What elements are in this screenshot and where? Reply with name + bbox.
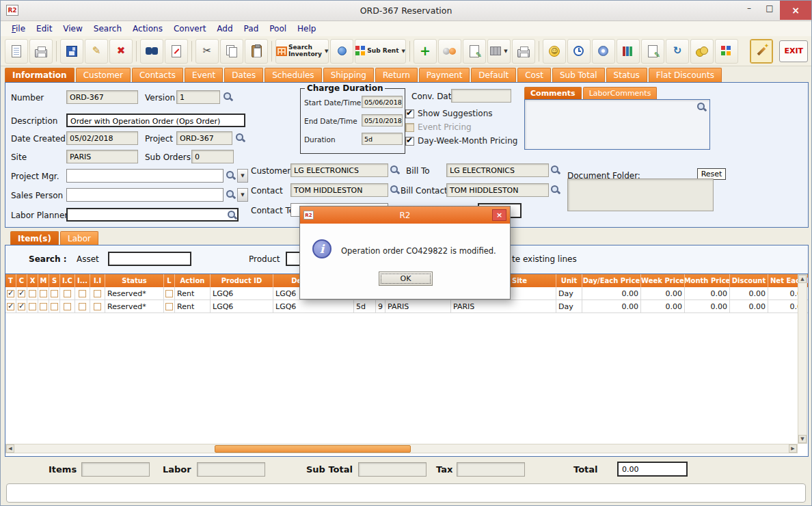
edit-button[interactable]: ✎	[85, 39, 108, 64]
scroll-up-button[interactable]	[798, 275, 807, 283]
menu-help[interactable]: Help	[292, 23, 321, 35]
tab-shipping[interactable]: Shipping	[323, 68, 374, 82]
new-document-button[interactable]	[5, 39, 28, 64]
tab-comments[interactable]: Comments	[524, 87, 582, 99]
highlight-wand-button[interactable]	[750, 39, 773, 64]
tab-event[interactable]: Event	[185, 68, 223, 82]
sales-person-search-icon[interactable]	[226, 189, 236, 200]
duration-field[interactable]: 5d	[362, 133, 403, 145]
refresh-button[interactable]: ↻	[666, 39, 689, 64]
column-header-product_id[interactable]: Product ID	[211, 274, 273, 287]
column-header-ic[interactable]: I.C	[60, 274, 75, 287]
row-checkbox-x[interactable]	[29, 290, 36, 297]
find-button[interactable]	[140, 39, 163, 64]
print-button[interactable]	[29, 39, 53, 64]
cell-x[interactable]	[27, 287, 38, 299]
scroll-down-button[interactable]	[798, 435, 807, 443]
row-checkbox-t[interactable]	[7, 303, 14, 310]
cell-t[interactable]	[5, 300, 16, 312]
site-field[interactable]: PARIS	[66, 150, 138, 163]
project-search-icon[interactable]	[235, 133, 245, 143]
scroll-left-button[interactable]	[6, 444, 14, 453]
cell-i2[interactable]	[75, 287, 90, 299]
tab-default[interactable]: Default	[471, 68, 516, 82]
row-checkbox-l[interactable]	[165, 303, 173, 310]
row-checkbox-ii[interactable]	[94, 290, 101, 297]
tab-labor[interactable]: Labor	[60, 231, 98, 245]
cell-s[interactable]	[49, 300, 60, 312]
menu-file[interactable]: File	[6, 23, 31, 35]
cell-c[interactable]	[16, 300, 27, 312]
row-checkbox-l[interactable]	[165, 290, 173, 297]
row-checkbox-s[interactable]	[51, 290, 58, 297]
chevron-down-icon[interactable]	[325, 49, 328, 54]
exit-button[interactable]: EXIT	[779, 40, 808, 62]
tab-contacts[interactable]: Contacts	[132, 68, 183, 82]
cell-ic[interactable]	[60, 287, 75, 299]
save-button[interactable]	[60, 39, 83, 64]
sales-person-dropdown[interactable]	[237, 188, 248, 202]
cell-i2[interactable]	[75, 300, 90, 312]
maximize-button[interactable]: □	[759, 1, 780, 16]
menu-add[interactable]: Add	[211, 23, 238, 35]
delete-button[interactable]: ✖	[109, 39, 133, 64]
cell-m[interactable]	[38, 287, 49, 299]
menu-actions[interactable]: Actions	[127, 23, 168, 35]
menu-edit[interactable]: Edit	[31, 23, 57, 35]
print-report-button[interactable]	[512, 39, 535, 64]
show-suggestions-checkbox[interactable]	[405, 109, 414, 118]
chevron-down-icon[interactable]	[402, 49, 405, 54]
cell-c[interactable]	[16, 287, 27, 299]
cell-l[interactable]	[164, 300, 175, 312]
smiley-button[interactable]: ☺	[543, 39, 566, 64]
batch-button[interactable]	[487, 39, 511, 64]
column-header-discount[interactable]: Discount	[730, 274, 768, 287]
add-button[interactable]: +	[414, 39, 437, 64]
end-date-field[interactable]: 05/10/2018	[362, 114, 403, 126]
cell-ii[interactable]	[90, 287, 105, 299]
row-checkbox-s[interactable]	[51, 303, 58, 310]
row-checkbox-m[interactable]	[40, 303, 47, 310]
column-header-unit[interactable]: Unit	[556, 274, 582, 287]
cell-ic[interactable]	[60, 300, 75, 312]
vertical-scrollbar[interactable]	[798, 274, 807, 444]
menu-view[interactable]: View	[57, 23, 87, 35]
column-header-month_price[interactable]: Month Price	[685, 274, 730, 287]
tab-labor-comments[interactable]: LaborComments	[583, 87, 658, 99]
row-checkbox-i2[interactable]	[79, 303, 86, 310]
column-header-x[interactable]: X	[27, 274, 38, 287]
row-checkbox-m[interactable]	[40, 290, 47, 297]
row-checkbox-t[interactable]	[7, 290, 14, 297]
bill-to-field[interactable]: LG ELECTRONICS	[446, 163, 549, 177]
row-checkbox-ic[interactable]	[64, 303, 71, 310]
tab-sub-total[interactable]: Sub Total	[552, 68, 605, 82]
conv-date-field[interactable]	[451, 89, 511, 103]
pool-button[interactable]	[438, 39, 461, 64]
tab-flat-discounts[interactable]: Flat Discounts	[649, 68, 722, 82]
close-button[interactable]: ×	[780, 1, 811, 20]
column-header-ii[interactable]: I.I	[90, 274, 105, 287]
table-row[interactable]: Reserved*RentLGQ6LGQ65d9PARISPARISDay0.0…	[5, 300, 809, 313]
version-field[interactable]: 1	[176, 90, 220, 104]
tab-information[interactable]: Information	[5, 68, 75, 82]
menu-pool[interactable]: Pool	[264, 23, 292, 35]
dialog-title-bar[interactable]: R2 R2 ×	[300, 207, 510, 224]
document-folder-box[interactable]	[567, 178, 714, 211]
column-header-c[interactable]: C	[16, 274, 27, 287]
ok-button[interactable]: OK	[379, 271, 433, 286]
tab-cost[interactable]: Cost	[517, 68, 551, 82]
bill-to-search-icon[interactable]	[550, 165, 560, 175]
row-checkbox-c[interactable]	[18, 290, 25, 297]
contact-search-icon[interactable]	[390, 185, 400, 195]
comments-search-icon[interactable]	[696, 102, 707, 112]
chevron-down-icon[interactable]	[504, 49, 507, 54]
sales-person-field[interactable]	[66, 188, 224, 202]
menu-convert[interactable]: Convert	[168, 23, 211, 35]
tab-schedules[interactable]: Schedules	[265, 68, 321, 82]
start-date-field[interactable]: 05/06/2018	[362, 96, 403, 108]
tab-status[interactable]: Status	[606, 68, 647, 82]
search-inventory-button[interactable]: Search Inventory	[275, 39, 329, 64]
cubes-button[interactable]	[715, 39, 738, 64]
money-button[interactable]	[690, 39, 714, 64]
cell-t[interactable]	[5, 287, 16, 299]
